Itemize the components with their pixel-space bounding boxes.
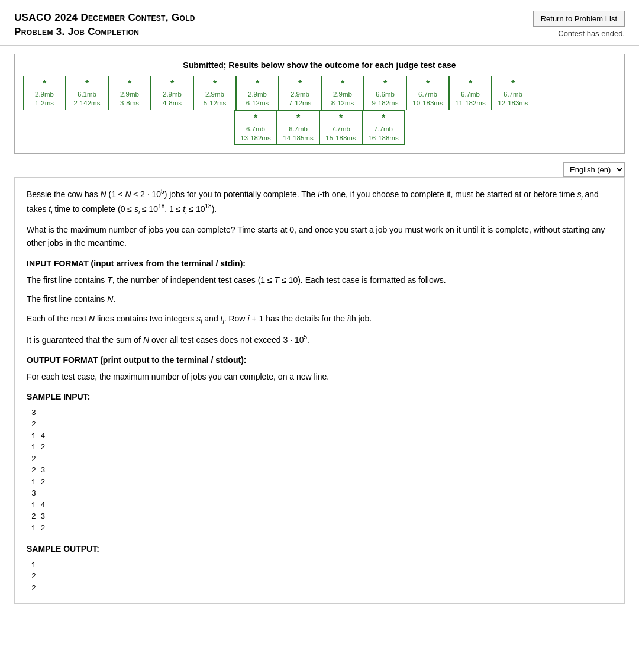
star-icon: * — [112, 78, 147, 91]
time-row: 15 188ms — [324, 134, 358, 143]
time-row: 12 183ms — [496, 99, 530, 108]
time-row: 4 8ms — [155, 99, 189, 108]
test-case-cell: * 6.7mb 11 182ms — [449, 76, 492, 111]
case-time: 12ms — [295, 99, 311, 108]
memory-label: 6.7mb — [411, 90, 445, 99]
star-icon: * — [368, 78, 402, 91]
input-para-3: Each of the next N lines contains two in… — [27, 312, 612, 327]
case-time: 8ms — [169, 99, 182, 108]
star-icon: * — [155, 78, 189, 91]
input-para-1: The first line contains T, the number of… — [27, 274, 612, 287]
page-title: USACO 2024 December Contest, Gold Proble… — [14, 11, 195, 39]
time-row: 9 182ms — [368, 99, 402, 108]
case-number: 1 — [35, 99, 38, 108]
problem-para-1: Bessie the cow has N (1 ≤ N ≤ 2 · 105) j… — [27, 187, 612, 217]
results-box: Submitted; Results below show the outcom… — [14, 54, 625, 154]
return-to-problem-list-button[interactable]: Return to Problem List — [533, 11, 625, 27]
test-case-cell: * 2.9mb 7 12ms — [279, 76, 321, 111]
test-case-cell: * 6.7mb 12 183ms — [492, 76, 534, 111]
star-icon: * — [324, 112, 358, 125]
case-time: 185ms — [293, 134, 314, 143]
case-number: 12 — [498, 99, 505, 108]
sample-input: 3 2 1 4 1 2 2 2 3 1 2 3 1 4 2 3 1 2 — [31, 407, 612, 535]
case-number: 9 — [372, 99, 376, 108]
case-time: 12ms — [337, 99, 354, 108]
test-case-cell: * 7.7mb 16 188ms — [362, 110, 405, 145]
memory-label: 7.7mb — [366, 125, 401, 134]
time-row: 7 12ms — [283, 99, 317, 108]
case-time: 12ms — [209, 99, 226, 108]
sample-output-header: SAMPLE OUTPUT: — [27, 542, 612, 555]
star-icon: * — [70, 78, 104, 91]
time-row: 13 182ms — [238, 134, 273, 143]
test-case-cell: * 2.9mb 6 12ms — [236, 76, 279, 111]
test-case-cell: * 6.6mb 9 182ms — [364, 76, 406, 111]
time-row: 6 12ms — [240, 99, 275, 108]
test-case-cell: * 2.9mb 1 2ms — [23, 76, 66, 111]
case-number: 7 — [289, 99, 292, 108]
memory-label: 6.1mb — [70, 90, 104, 99]
problem-para-2: What is the maximum number of jobs you c… — [27, 223, 612, 250]
time-row: 5 12ms — [198, 99, 232, 108]
case-time: 142ms — [80, 99, 101, 108]
case-number: 15 — [325, 134, 333, 143]
test-cases-row2: * 6.7mb 13 182ms * 6.7mb 14 185ms * 7.7m… — [23, 110, 616, 145]
case-number: 16 — [368, 134, 376, 143]
memory-label: 2.9mb — [112, 90, 147, 99]
case-number: 3 — [120, 99, 124, 108]
star-icon: * — [238, 112, 273, 125]
language-selector[interactable]: English (en) — [563, 162, 625, 177]
case-number: 11 — [455, 99, 463, 108]
sample-input-header: SAMPLE INPUT: — [27, 390, 612, 403]
case-time: 2ms — [41, 99, 54, 108]
memory-label: 2.9mb — [155, 90, 189, 99]
case-number: 13 — [240, 134, 248, 143]
test-case-cell: * 2.9mb 4 8ms — [151, 76, 193, 111]
time-row: 10 183ms — [411, 99, 445, 108]
test-case-cell: * 7.7mb 15 188ms — [320, 110, 362, 145]
input-para-4: It is guaranteed that the sum of N over … — [27, 333, 612, 346]
case-time: 182ms — [250, 134, 271, 143]
case-time: 188ms — [335, 134, 356, 143]
time-row: 16 188ms — [366, 134, 401, 143]
star-icon: * — [496, 78, 530, 91]
memory-label: 7.7mb — [324, 125, 358, 134]
test-case-cell: * 2.9mb 8 12ms — [321, 76, 364, 111]
memory-label: 6.7mb — [496, 90, 530, 99]
test-case-cell: * 2.9mb 5 12ms — [193, 76, 236, 111]
time-row: 14 185ms — [281, 134, 315, 143]
memory-label: 2.9mb — [240, 90, 275, 99]
lang-selector-bar: English (en) — [0, 162, 639, 177]
case-time: 182ms — [378, 99, 399, 108]
test-case-cell: * 6.7mb 13 182ms — [234, 110, 277, 145]
case-time: 8ms — [126, 99, 139, 108]
sample-output: 1 2 2 — [31, 560, 612, 594]
time-row: 2 142ms — [70, 99, 104, 108]
test-case-cell: * 2.9mb 3 8ms — [108, 76, 151, 111]
case-number: 8 — [331, 99, 335, 108]
test-case-cell: * 6.1mb 2 142ms — [66, 76, 108, 111]
memory-label: 6.7mb — [281, 125, 315, 134]
memory-label: 6.7mb — [238, 125, 273, 134]
memory-label: 6.7mb — [453, 90, 488, 99]
problem-content: Bessie the cow has N (1 ≤ N ≤ 2 · 105) j… — [14, 177, 625, 604]
contest-status: Contest has ended. — [558, 29, 625, 38]
case-number: 4 — [163, 99, 166, 108]
output-format-header: OUTPUT FORMAT (print output to the termi… — [27, 353, 612, 366]
memory-label: 2.9mb — [198, 90, 232, 99]
input-para-2: The first line contains N. — [27, 292, 612, 306]
input-format-header: INPUT FORMAT (input arrives from the ter… — [27, 257, 612, 270]
star-icon: * — [453, 78, 488, 91]
memory-label: 2.9mb — [283, 90, 317, 99]
results-title: Submitted; Results below show the outcom… — [23, 60, 616, 70]
case-time: 183ms — [422, 99, 443, 108]
star-icon: * — [281, 112, 315, 125]
memory-label: 2.9mb — [27, 90, 62, 99]
star-icon: * — [27, 78, 62, 91]
test-case-cell: * 6.7mb 10 183ms — [406, 76, 449, 111]
case-time: 12ms — [252, 99, 269, 108]
case-number: 5 — [204, 99, 207, 108]
star-icon: * — [198, 78, 232, 91]
time-row: 8 12ms — [325, 99, 360, 108]
memory-label: 2.9mb — [325, 90, 360, 99]
